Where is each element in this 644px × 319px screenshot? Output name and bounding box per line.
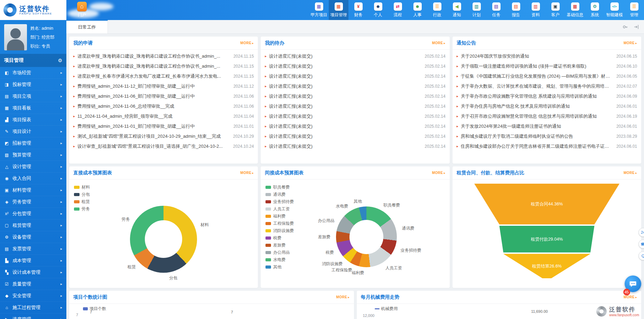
module-administration[interactable]: ☰行政 [427, 0, 447, 20]
module-material-doc[interactable]: ▥资料 [526, 0, 545, 20]
list-item[interactable]: ▸设计进度汇报(未提交)2025.02.14 [265, 141, 445, 151]
module-notification[interactable]: ◀通知 [447, 0, 467, 20]
more-button[interactable]: MORE▸ [336, 295, 349, 299]
module-task[interactable]: ▤任务 [486, 0, 506, 20]
list-item[interactable]: ▸设计进度汇报(未提交)2025.02.14 [265, 131, 445, 141]
list-item[interactable]: ▸进度款申报_珠海鹤港口建设_珠海鹤港口建设工程合作协议书_admin_...2… [73, 61, 254, 71]
sidebar-item-cost[interactable]: ▙成本管理▸ [0, 255, 66, 267]
legend-item[interactable]: 人员工资 [265, 206, 294, 212]
gear-icon[interactable]: ⚙ [58, 58, 62, 63]
module-customer[interactable]: ▣客户 [545, 0, 565, 20]
sidebar-item-project-design[interactable]: ✎项目设计▸ [0, 126, 66, 137]
sidebar-item-safety[interactable]: ◆安全管理▸ [0, 290, 66, 302]
sidebar-item-quality[interactable]: ☑质量管理▸ [0, 278, 66, 290]
list-item[interactable]: ▸于征集《中国建筑施工行业信息化发展报告 (2024) —BIM应用与发展》材料… [457, 71, 637, 81]
list-item[interactable]: ▸设计进度汇报(未提交)2025.02.14 [265, 121, 445, 131]
legend-item[interactable]: 分包 [74, 192, 90, 197]
list-item[interactable]: ▸设计审查_彭祖新城"四馆"景观工程设计项目_请选择_胡广生_2024-10-2… [73, 141, 254, 151]
legend-item[interactable]: 通讯费 [265, 192, 294, 197]
legend-item[interactable]: 福利费 [265, 213, 294, 219]
legend-item[interactable]: 材料 [74, 184, 90, 190]
list-item[interactable]: ▸关于召开市政公用设施智慧化管理信息 信息技术与应用培训班的通知2024.06.… [457, 111, 637, 121]
list-item[interactable]: ▸设计进度汇报(未提交)2025.02.14 [265, 81, 445, 91]
sidebar-item-initiation[interactable]: ▤项目立项▸ [0, 90, 66, 102]
sidebar-item-kanban[interactable]: ▦项目看板▸ [0, 102, 66, 114]
list-item[interactable]: ▸设计进度汇报(未提交)2025.02.14 [265, 71, 445, 81]
sidebar-item-equipment[interactable]: ⚙设备管理▸ [0, 231, 66, 243]
sidebar-section-header[interactable]: 项目管理 ⚙ [0, 54, 66, 67]
sidebar-item-income-contract[interactable]: ◉收入合同▸ [0, 173, 66, 184]
sidebar-item-design[interactable]: △设计管理▸ [0, 161, 66, 173]
shortcut-key-icon[interactable] [623, 24, 628, 30]
more-button[interactable]: MORE▸ [240, 171, 254, 175]
sidebar-item-progress[interactable]: ▶进度管理▸ [0, 313, 66, 319]
bar-chart-legend[interactable]: 项目个数 [83, 306, 106, 312]
qq-icon[interactable]: Q [638, 251, 644, 260]
legend-item[interactable]: 税费 [265, 235, 294, 241]
legend-item[interactable]: 劳务 [74, 206, 90, 212]
legend-item[interactable]: 消防设施费 [265, 228, 294, 234]
more-button[interactable]: MORE▸ [624, 171, 637, 175]
more-button[interactable]: MORE▸ [240, 41, 254, 45]
module-party-a-project[interactable]: ▦甲方项目 [309, 0, 329, 20]
list-item[interactable]: ▸关于领取一级注册建造师培训项的通知 (须持一建证书前来领取)2024.06.1… [457, 61, 637, 71]
sidebar-item-project-report[interactable]: ▟项目报表▸ [0, 114, 66, 126]
list-item[interactable]: ▸关于发放2024年第24批一级建造师注册证书的通知2024.06.01 [457, 121, 637, 131]
list-item[interactable]: ▸关于举办大数据、云计算技术在城市建设、规划、管理与服务中的应用培训班...20… [457, 81, 637, 91]
module-report[interactable]: ▤报告 [506, 0, 526, 20]
list-item[interactable]: ▸测试_彭祖新城"四馆"景观工程设计项目_2024-10-29_admin_结束… [73, 131, 254, 141]
module-workflow[interactable]: ⇄流程 [388, 0, 408, 20]
list-item[interactable]: ▸费用报销_admin_2024-11-06_部门经理审批_胡建__运行中202… [73, 91, 254, 101]
legend-item[interactable]: 工程保险费 [265, 221, 294, 226]
list-item[interactable]: ▸房和城乡建设厅关于取消二级建造师临时执业证书的公告2023.08.29 [457, 131, 637, 141]
more-button[interactable]: MORE▸ [432, 171, 446, 175]
list-item[interactable]: ▸住房和城乡建设部办公厅关于同意吉林省开展二级建造师注册证书电子证书电子化试点.… [457, 141, 637, 151]
module-management[interactable]: ☰管理 [624, 0, 644, 20]
module-smart-modeling[interactable]: </>智能建模 [605, 0, 624, 20]
tab-daily-work[interactable]: 日常工作 [66, 20, 108, 33]
list-item[interactable]: ▸设计进度汇报(未提交)2025.02.14 [265, 51, 445, 61]
legend-item[interactable]: 租赁 [74, 199, 90, 205]
legend-item[interactable]: 业务招待费 [265, 199, 294, 205]
legend-item[interactable]: 其他 [265, 264, 294, 270]
list-item[interactable]: ▸进度款申报_珠海鹤港口建设_珠海鹤港口建设工程合作协议书_admin_...2… [73, 51, 254, 61]
sidebar-item-bidding[interactable]: ◨投标管理▸ [0, 79, 66, 90]
sidebar-item-construction-process[interactable]: ⌂施工过程管理▸ [0, 302, 66, 313]
phone-icon[interactable]: ☎ [638, 240, 644, 249]
list-item[interactable]: ▸设计进度汇报(未提交)2025.02.14 [265, 61, 445, 71]
list-item[interactable]: ▸费用报销_admin_2024-11-06_总经理审批__完成2024.11.… [73, 101, 254, 111]
more-button[interactable]: MORE▸ [432, 41, 446, 45]
sidebar-item-subcontract[interactable]: x²分包管理▸ [0, 208, 66, 220]
list-item[interactable]: ▸进度款申报_长春市伊通河水力发电厂改建工程_长春市伊通河水力发电...2024… [73, 71, 254, 81]
list-item[interactable]: ▸关于举办住房与房地产信息化 技术及应用培训班的通知2024.06.01 [457, 101, 637, 111]
sidebar-item-material[interactable]: ▣材料管理▸ [0, 184, 66, 196]
collapse-panel-icon[interactable] [634, 24, 639, 30]
service-24h-icon[interactable]: 24 [638, 228, 644, 237]
module-hr[interactable]: ☻人事 [408, 0, 427, 20]
list-item[interactable]: ▸设计进度汇报(未提交)2025.02.14 [265, 101, 445, 111]
sidebar-item-tender[interactable]: ◩招标管理▸ [0, 137, 66, 149]
sidebar-item-market[interactable]: ◧市场经营▸ [0, 67, 66, 79]
list-item[interactable]: ▸关于举办市政公用设施数字化管理信息 系统建设与应用培训班的通知2024.06.… [457, 91, 637, 101]
portal-nav-item[interactable]: ⌂ 门户 [71, 2, 93, 19]
sidebar-item-invoice[interactable]: ▤发票管理▸ [0, 243, 66, 255]
list-item[interactable]: ▸费用报销_admin_2024-11-01_部门经理审批_胡建__运行中202… [73, 121, 254, 131]
list-item[interactable]: ▸关于2024年国庆节放假安排的通知2024.06.15 [457, 51, 637, 61]
sidebar-item-labor[interactable]: ◈劳务管理▸ [0, 196, 66, 208]
list-item[interactable]: ▸设计进度汇报(未提交)2025.02.14 [265, 111, 445, 121]
list-item[interactable]: ▸费用报销_admin_2024-11-12_部门经理审批_胡建__运行中202… [73, 81, 254, 91]
module-finance[interactable]: ¥财务 [348, 0, 368, 20]
legend-item[interactable]: 差旅费 [265, 242, 294, 248]
module-system[interactable]: ⚙系统 [585, 0, 605, 20]
legend-item[interactable]: 职员餐费 [265, 184, 294, 190]
legend-item[interactable]: 水电费 [265, 257, 294, 263]
module-project-management[interactable]: ▦项目管理 [329, 0, 348, 20]
line-chart-legend[interactable]: 机械费用 [375, 306, 398, 312]
module-personal[interactable]: ☻个人 [368, 0, 388, 20]
notification-count-badge[interactable]: 45 [623, 289, 630, 296]
list-item[interactable]: ▸设计进度汇报(未提交)2025.02.14 [265, 91, 445, 101]
sidebar-item-design-cost[interactable]: ▚设计成本管理▸ [0, 267, 66, 278]
more-button[interactable]: MORE▸ [624, 295, 637, 299]
sidebar-item-budget[interactable]: ▧预算管理▸ [0, 149, 66, 161]
module-plan[interactable]: ▥计划 [467, 0, 486, 20]
